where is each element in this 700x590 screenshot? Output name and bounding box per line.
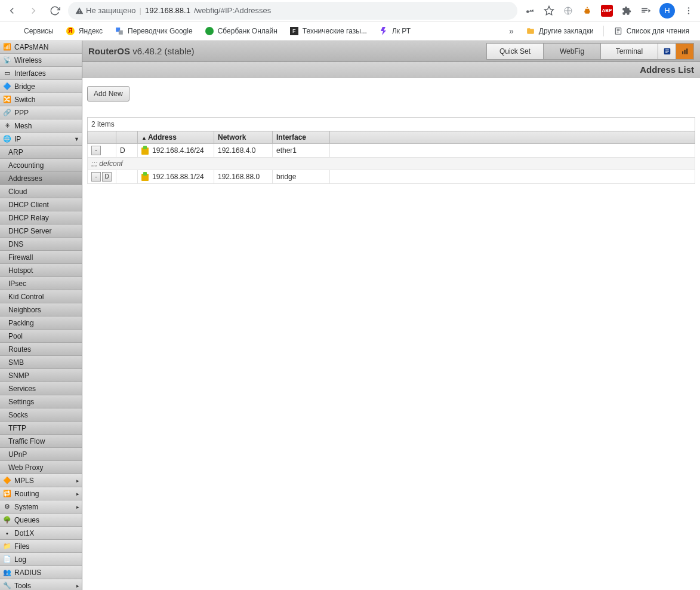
sidebar-subitem-smb[interactable]: SMB (0, 356, 82, 369)
bookmark-yandex[interactable]: Я Яндекс (61, 24, 107, 38)
sidebar-item-log[interactable]: 📄Log (0, 553, 82, 566)
remove-button[interactable]: - (91, 146, 101, 155)
top-square-icon[interactable] (658, 43, 676, 60)
remove-button[interactable]: - (91, 172, 101, 182)
col-address[interactable]: ▲Address (138, 131, 214, 144)
sidebar-subitem-label: Pool (8, 332, 23, 340)
sidebar-subitem-accounting[interactable]: Accounting (0, 159, 82, 172)
key-icon[interactable] (525, 5, 535, 16)
table-row[interactable]: -D192.168.4.16/24192.168.4.0ether1 (88, 144, 695, 158)
row-actions: - (88, 144, 116, 158)
sidebar-icon: ✳ (2, 121, 12, 131)
address-bar[interactable]: Не защищено | 192.168.88.1/webfig/#IP:Ad… (68, 2, 517, 20)
sidebar-subitem-label: Services (8, 385, 36, 393)
bookmark-apps[interactable]: Сервисы (6, 24, 58, 38)
disable-button[interactable]: D (102, 172, 112, 182)
sidebar-subitem-kid-control[interactable]: Kid Control (0, 290, 82, 303)
col-blank1[interactable] (88, 131, 116, 144)
sidebar-subitem-routes[interactable]: Routes (0, 343, 82, 356)
sidebar-icon: 🔀 (2, 95, 12, 105)
sidebar-subitem-dhcp-server[interactable]: DHCP Server (0, 225, 82, 238)
forward-button[interactable] (25, 2, 42, 19)
menu-icon[interactable] (683, 5, 694, 16)
sidebar-item-bridge[interactable]: 🔷Bridge (0, 80, 82, 93)
svg-point-0 (526, 10, 529, 13)
sidebar-subitem-snmp[interactable]: SNMP (0, 369, 82, 382)
sidebar-item-tools[interactable]: 🔧Tools▸ (0, 579, 82, 590)
sidebar-item-ppp[interactable]: 🔗PPP (0, 106, 82, 119)
tab-terminal[interactable]: Terminal (601, 43, 658, 60)
sidebar-item-interfaces[interactable]: ▭Interfaces (0, 67, 82, 80)
col-blank3[interactable] (330, 131, 695, 144)
top-tabs: Quick Set WebFig Terminal (486, 43, 694, 60)
tab-webfig[interactable]: WebFig (544, 43, 601, 60)
sidebar-subitem-cloud[interactable]: Cloud (0, 185, 82, 198)
extensions-icon[interactable] (621, 5, 632, 16)
sidebar-item-mesh[interactable]: ✳Mesh (0, 119, 82, 133)
reload-button[interactable] (47, 2, 63, 19)
sidebar-item-mpls[interactable]: 🔶MPLS▸ (0, 474, 82, 487)
bookmark-gtranslate[interactable]: Переводчик Google (110, 24, 198, 38)
sidebar-item-capsman[interactable]: 📶CAPsMAN (0, 41, 82, 54)
tab-quickset[interactable]: Quick Set (486, 43, 544, 60)
chevron-icon: ▸ (76, 478, 79, 484)
col-blank2[interactable] (116, 131, 138, 144)
sidebar-subitem-packing[interactable]: Packing (0, 316, 82, 330)
sidebar-item-system[interactable]: ⚙System▸ (0, 500, 82, 514)
bookmark-techgas[interactable]: F Технические газы... (285, 24, 372, 38)
bookmark-other[interactable]: Другие закладки (521, 24, 599, 38)
sidebar-item-files[interactable]: 📁Files (0, 540, 82, 553)
sidebar-subitem-web-proxy[interactable]: Web Proxy (0, 461, 82, 474)
sidebar-item-switch[interactable]: 🔀Switch (0, 93, 82, 106)
sidebar-subitem-services[interactable]: Services (0, 382, 82, 395)
chevron-icon: ▸ (76, 583, 79, 589)
star-icon[interactable] (544, 5, 554, 16)
sidebar-subitem-dhcp-relay[interactable]: DHCP Relay (0, 211, 82, 225)
row-flags (116, 170, 138, 184)
sidebar-subitem-upnp[interactable]: UPnP (0, 448, 82, 461)
row-actions: -D (88, 170, 116, 184)
sidebar-subitem-label: Cloud (8, 188, 27, 196)
sidebar-subitem-neighbors[interactable]: Neighbors (0, 303, 82, 316)
table-row[interactable]: -D192.168.88.1/24192.168.88.0bridge (88, 170, 695, 184)
sidebar-subitem-dhcp-client[interactable]: DHCP Client (0, 198, 82, 211)
sidebar-subitem-traffic-flow[interactable]: Traffic Flow (0, 435, 82, 448)
sidebar-subitem-arp[interactable]: ARP (0, 146, 82, 159)
sidebar-icon: 🔶 (2, 476, 12, 485)
top-chart-icon[interactable] (676, 43, 694, 60)
sidebar-item-wireless[interactable]: 📡Wireless (0, 54, 82, 67)
sidebar-item-ip[interactable]: 🌐IP▼ (0, 133, 82, 146)
avatar-letter: Н (664, 6, 670, 15)
sidebar-item-label: MPLS (14, 477, 34, 485)
bug-extension-icon[interactable] (582, 5, 593, 16)
bookmark-sber[interactable]: Сбербанк Онлайн (200, 24, 282, 38)
sidebar-subitem-hotspot[interactable]: Hotspot (0, 264, 82, 277)
abp-icon[interactable]: ABP (601, 5, 613, 17)
col-interface[interactable]: Interface (273, 131, 330, 144)
profile-avatar[interactable]: Н (659, 3, 675, 19)
sidebar-subitem-addresses[interactable]: Addresses (0, 172, 82, 185)
sidebar-item-dot1x[interactable]: •Dot1X (0, 527, 82, 540)
add-new-button[interactable]: Add New (87, 86, 129, 102)
sidebar-icon: 🌐 (2, 134, 12, 144)
sidebar-item-routing[interactable]: 🔁Routing▸ (0, 487, 82, 500)
sidebar-subitem-pool[interactable]: Pool (0, 330, 82, 343)
sidebar-subitem-settings[interactable]: Settings (0, 395, 82, 408)
playlist-icon[interactable] (640, 5, 651, 16)
sidebar-subitem-tftp[interactable]: TFTP (0, 422, 82, 435)
sidebar-subitem-ipsec[interactable]: IPsec (0, 277, 82, 290)
sidebar-item-label: Switch (14, 96, 35, 104)
sidebar-item-radius[interactable]: 👥RADIUS (0, 566, 82, 579)
sidebar-item-queues[interactable]: 🌳Queues (0, 514, 82, 527)
sidebar-subitem-dns[interactable]: DNS (0, 238, 82, 251)
sidebar-subitem-socks[interactable]: Socks (0, 408, 82, 422)
bookmark-lkrt[interactable]: Лк РТ (374, 24, 415, 38)
back-button[interactable] (4, 2, 20, 19)
globe-icon[interactable] (563, 5, 573, 16)
table-header: ▲Address Network Interface (88, 131, 695, 144)
bookmark-more-label: » (509, 26, 514, 36)
col-network[interactable]: Network (214, 131, 273, 144)
bookmark-reading-list[interactable]: Список для чтения (609, 24, 694, 38)
sidebar-subitem-firewall[interactable]: Firewall (0, 251, 82, 264)
bookmarks-overflow[interactable]: » (504, 26, 519, 36)
